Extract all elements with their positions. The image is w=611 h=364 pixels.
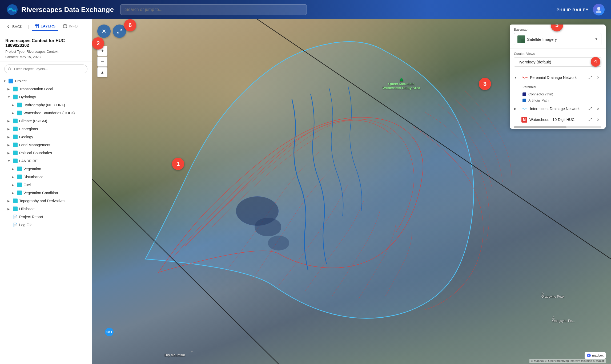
tab-info[interactable]: INFO (60, 22, 80, 31)
tree-item-hydrology[interactable]: ▼ Hydrology (0, 93, 92, 101)
tree-item-political[interactable]: ▶ Political Boundaries (0, 149, 92, 157)
intermittent-close-btn[interactable]: ✕ (595, 106, 601, 112)
map-toolbar: 6 (97, 25, 126, 38)
tree-item-land-management[interactable]: ▶ Land Management (0, 141, 92, 149)
curated-value: Hydrology (default) (517, 60, 584, 64)
tab-info-label: INFO (69, 24, 78, 28)
road-badge: 10.1 (105, 328, 114, 336)
filter-input[interactable] (4, 64, 87, 73)
folder-icon (17, 111, 22, 115)
intermittent-expand-btn[interactable] (587, 106, 593, 112)
svg-point-9 (65, 25, 65, 25)
filter-bar (0, 62, 92, 76)
tree-item-log-file[interactable]: ▶ 📄 Log File (0, 221, 92, 229)
main-layout: BACK | LAYERS INFO (0, 19, 611, 364)
perennial-artificial-row: Artificial Path (510, 97, 606, 103)
layer-list: ▼ Perennial Drainage Network ✕ (510, 70, 606, 129)
tree-label-landfire: LANDFIRE (19, 159, 38, 163)
search-input[interactable] (120, 4, 307, 15)
tree-label-disturbance: Disturbance (23, 175, 43, 179)
tree-item-project[interactable]: ▼ Project (0, 77, 92, 85)
watershed-expand-btn[interactable] (587, 116, 593, 123)
folder-icon (13, 199, 18, 203)
layer-row-intermittent[interactable]: ▶ Intermittent Drainage Network (510, 103, 606, 114)
tree-item-hydrography[interactable]: ▶ Hydrography (NHD HR+) (0, 101, 92, 109)
layer-expand-icon[interactable]: ▼ (514, 76, 519, 79)
folder-icon (13, 207, 18, 211)
watershed-layer-actions: ✕ (587, 116, 601, 123)
basemap-select[interactable]: Satellite Imagery ▼ (514, 33, 601, 45)
chevron-right-icon: ▶ (7, 143, 11, 147)
basemap-dropdown-arrow: ▼ (595, 37, 598, 41)
svg-point-2 (596, 10, 601, 13)
folder-icon (13, 159, 18, 163)
curated-views-title: Curated Views (514, 52, 601, 56)
tree-item-vegetation[interactable]: ▶ Vegetation (0, 165, 92, 173)
scrollbar-thumb[interactable] (514, 126, 566, 128)
left-panel: BACK | LAYERS INFO (0, 19, 92, 364)
chevron-right-icon: ▶ (7, 127, 11, 131)
tree-item-landfire[interactable]: ▼ LANDFIRE (0, 157, 92, 165)
tree-item-fuel[interactable]: ▶ Fuel (0, 181, 92, 189)
chevron-right-icon: ▶ (12, 111, 15, 115)
project-created: Created: May 15, 2023 (5, 54, 86, 60)
tree-label-transportation: Transportation Local (19, 87, 53, 91)
badge-3: 3 (479, 78, 491, 90)
svg-rect-23 (521, 39, 525, 43)
layers-toggle-button[interactable] (97, 25, 111, 38)
watershed-close-btn[interactable]: ✕ (595, 116, 601, 123)
tree-item-ecoregions[interactable]: ▶ Ecoregions (0, 125, 92, 133)
tree-item-transportation[interactable]: ▶ Transportation Local (0, 85, 92, 93)
tree-item-watersheds[interactable]: ▶ Watershed Boundaries (HUCs) (0, 109, 92, 117)
badge-4: 4 (591, 57, 600, 67)
artificial-label: Artificial Path (528, 98, 549, 102)
perennial-expand-btn[interactable] (587, 74, 593, 81)
map-area[interactable]: 6 2 + − ▲ 3 🌲 Queer Mountain Wil (92, 19, 611, 364)
curated-views-section: Curated Views Hydrology (default) 4 ▼ (510, 49, 606, 70)
north-arrow-button[interactable]: ▲ (97, 67, 107, 77)
tree-label-topography: Topography and Derivatives (19, 199, 66, 203)
mapbox-logo: mapbox (585, 352, 606, 359)
svg-line-28 (590, 118, 592, 119)
intermittent-drainage-label: Intermittent Drainage Network (530, 107, 585, 111)
layer-expand-icon[interactable]: ▶ (514, 107, 519, 111)
watershed-icon: M (521, 117, 527, 123)
chevron-right-icon: ▶ (12, 167, 15, 171)
folder-icon (13, 95, 18, 99)
layer-tree: ▼ Project ▶ Transportation Local ▼ Hydro… (0, 76, 92, 364)
layer-row-watersheds-huc[interactable]: ▶ M Watersheds - 10-Digit HUC ✕ (510, 114, 606, 125)
tree-item-hillshade[interactable]: ▶ Hillshade (0, 205, 92, 213)
chevron-right-icon: ▶ (7, 135, 11, 139)
folder-icon (13, 87, 18, 91)
app-logo-icon (6, 4, 18, 15)
file-icon: 📄 (13, 215, 18, 219)
tree-label-log-file: Log File (19, 223, 33, 227)
tree-label-hydrography: Hydrography (NHD HR+) (23, 103, 65, 107)
file-icon: 📄 (13, 223, 18, 227)
intermittent-icon (521, 107, 528, 111)
chevron-right-icon: ▶ (7, 151, 11, 155)
curated-select[interactable]: Hydrology (default) 4 ▼ (514, 57, 601, 67)
perennial-close-btn[interactable]: ✕ (595, 74, 601, 81)
tree-item-climate[interactable]: ▶ Climate (PRISM) (0, 117, 92, 125)
folder-icon (13, 135, 18, 139)
zoom-out-button[interactable]: − (97, 56, 107, 67)
avatar (593, 4, 605, 15)
tree-item-project-report[interactable]: ▶ 📄 Project Report (0, 213, 92, 221)
folder-icon (17, 167, 22, 171)
folder-icon (13, 151, 18, 155)
layer-panel-scrollbar[interactable] (514, 126, 601, 128)
top-nav: Riverscapes Data Exchange PHILIP BAILEY (0, 0, 611, 19)
tree-item-disturbance[interactable]: ▶ Disturbance (0, 173, 92, 181)
svg-line-18 (118, 32, 119, 33)
nav-right: PHILIP BAILEY (557, 4, 605, 15)
tree-item-veg-condition[interactable]: ▶ Vegetation Condition (0, 189, 92, 197)
back-button[interactable]: BACK (4, 23, 25, 30)
tab-layers[interactable]: LAYERS (32, 22, 58, 31)
svg-rect-3 (35, 24, 39, 28)
tree-label-climate: Climate (PRISM) (19, 119, 47, 123)
tree-item-topography[interactable]: ▶ Topography and Derivatives (0, 197, 92, 205)
svg-rect-22 (517, 35, 521, 39)
tree-item-geology[interactable]: ▶ Geology (0, 133, 92, 141)
layer-row-perennial[interactable]: ▼ Perennial Drainage Network ✕ (510, 72, 606, 83)
